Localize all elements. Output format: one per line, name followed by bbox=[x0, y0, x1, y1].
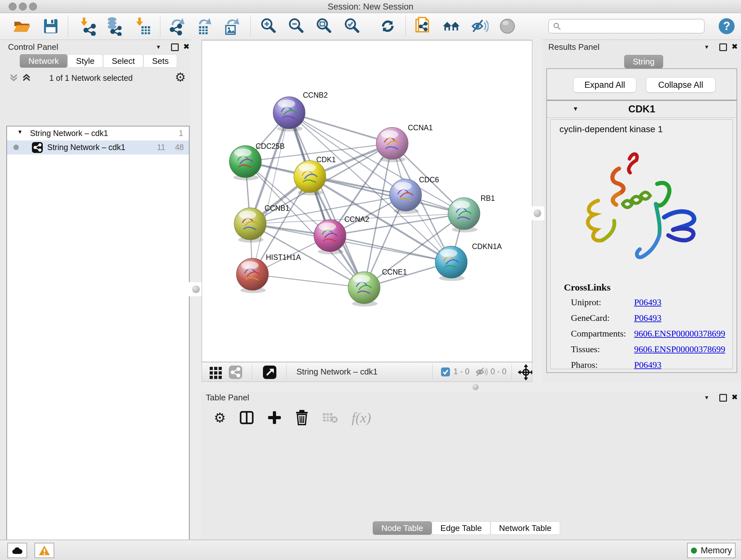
tab-node-table[interactable]: Node Table bbox=[373, 521, 432, 535]
crosslink-value-link[interactable]: P06493 bbox=[634, 360, 662, 370]
expand-all-chevron-icon[interactable] bbox=[22, 73, 31, 82]
control-panel-close-icon[interactable]: ✖ bbox=[183, 42, 190, 51]
import-network-icon[interactable] bbox=[79, 17, 98, 36]
tab-select[interactable]: Select bbox=[103, 54, 143, 68]
table-settings-gear-icon[interactable]: ⚙ bbox=[214, 410, 226, 426]
network-node-cdc25b[interactable] bbox=[229, 145, 261, 180]
import-table-icon[interactable] bbox=[133, 17, 152, 36]
cloud-button[interactable] bbox=[7, 543, 27, 558]
network-node-rb1[interactable] bbox=[448, 198, 480, 233]
network-node-cdk1[interactable] bbox=[294, 161, 326, 195]
import-network-from-database-icon[interactable] bbox=[105, 17, 124, 36]
network-graph[interactable]: CCNB2CCNA1CDC25BCDK1CDC6RB1CCNB1CCNA2CDK… bbox=[202, 41, 532, 362]
crosslink-value-link[interactable]: P06493 bbox=[634, 297, 662, 307]
horizontal-splitter-handle[interactable] bbox=[472, 384, 479, 390]
grid-view-icon[interactable] bbox=[208, 365, 223, 380]
left-splitter-handle[interactable] bbox=[189, 282, 203, 296]
crosslink-label: Compartments: bbox=[571, 328, 634, 339]
network-options-gear-icon[interactable]: ⚙ bbox=[175, 70, 186, 84]
memory-button[interactable]: Memory bbox=[687, 543, 736, 558]
hidden-eye-icon[interactable] bbox=[475, 367, 488, 377]
hide-unhide-eye-icon[interactable] bbox=[470, 17, 488, 36]
control-panel-float-icon[interactable] bbox=[171, 44, 179, 51]
table-panel: Table Panel ▼ ✖ ⚙ f(x) shared namenameca… bbox=[202, 392, 741, 540]
tab-sets[interactable]: Sets bbox=[143, 54, 177, 68]
collapse-all-button[interactable]: Collapse All bbox=[646, 77, 716, 92]
export-image-icon[interactable] bbox=[223, 17, 241, 36]
network-node-ccna1[interactable] bbox=[376, 127, 408, 162]
window-title: Session: New Session bbox=[0, 2, 741, 12]
network-row-selected[interactable]: String Network – cdk1 11 48 bbox=[7, 140, 189, 154]
network-node-hist1h1a[interactable] bbox=[237, 258, 268, 293]
birdseye-view-icon[interactable] bbox=[262, 365, 277, 380]
crosslink-row: Pharos:P06493 bbox=[571, 360, 728, 370]
status-bar: Memory bbox=[0, 540, 741, 560]
table-panel-close-icon[interactable]: ✖ bbox=[731, 393, 738, 401]
zoom-out-icon[interactable] bbox=[287, 17, 306, 36]
share-document-icon[interactable] bbox=[414, 17, 432, 36]
delete-column-trash-icon[interactable] bbox=[295, 410, 309, 425]
birdseye-toggle-icon[interactable] bbox=[498, 17, 517, 36]
network-node-cdc6[interactable] bbox=[390, 179, 421, 214]
crosslink-value-link[interactable]: 9606.ENSP00000378699 bbox=[634, 328, 725, 339]
zoom-fit-icon[interactable] bbox=[315, 17, 333, 36]
help-icon[interactable]: ? bbox=[718, 17, 736, 36]
control-panel: Control Panel ▼ ✖ Network Style Select S… bbox=[0, 40, 201, 540]
network-node-ccnb1[interactable] bbox=[234, 208, 266, 243]
results-panel-title: Results Panel bbox=[548, 42, 599, 52]
open-session-icon[interactable] bbox=[12, 17, 31, 36]
fit-content-crosshair-icon[interactable] bbox=[518, 364, 534, 380]
results-panel-float-icon[interactable] bbox=[719, 44, 727, 51]
network-node-ccne1[interactable] bbox=[348, 272, 380, 307]
crosslink-value-link[interactable]: 9606.ENSP00000378699 bbox=[634, 344, 725, 354]
function-builder-icon[interactable]: f(x) bbox=[352, 410, 371, 426]
refresh-icon[interactable] bbox=[379, 17, 397, 36]
network-node-ccnb2[interactable] bbox=[273, 97, 305, 132]
warnings-button[interactable] bbox=[35, 543, 54, 558]
left-splitter[interactable] bbox=[191, 40, 201, 540]
title-bar: Session: New Session bbox=[0, 0, 741, 13]
table-panel-float-icon[interactable] bbox=[719, 394, 727, 401]
tab-string[interactable]: String bbox=[624, 55, 663, 68]
add-column-plus-icon[interactable] bbox=[267, 411, 281, 425]
expand-all-button[interactable]: Expand All bbox=[573, 77, 636, 92]
collapse-all-chevron-icon[interactable] bbox=[9, 73, 18, 82]
right-splitter[interactable] bbox=[532, 40, 542, 392]
crosslink-row: Uniprot:P06493 bbox=[571, 297, 728, 307]
network-list: ▼ String Network – cdk1 1 String Network… bbox=[6, 126, 190, 560]
results-panel-close-icon[interactable]: ✖ bbox=[731, 42, 738, 51]
zoom-selected-icon[interactable] bbox=[343, 17, 361, 36]
delete-table-icon[interactable] bbox=[322, 411, 338, 424]
node-section-header[interactable]: ▼ CDK1 bbox=[547, 101, 737, 118]
collection-disclosure-icon[interactable]: ▼ bbox=[17, 129, 23, 135]
string-view-icon[interactable] bbox=[228, 365, 243, 380]
crosslink-row: Tissues:9606.ENSP00000378699 bbox=[571, 344, 728, 354]
network-node-ccna2[interactable] bbox=[314, 220, 346, 254]
crosslink-value-link[interactable]: P06493 bbox=[634, 313, 662, 323]
zoom-in-icon[interactable] bbox=[259, 17, 278, 36]
save-session-icon[interactable] bbox=[41, 17, 60, 36]
network-collection-row[interactable]: ▼ String Network – cdk1 1 bbox=[7, 126, 189, 140]
tab-edge-table[interactable]: Edge Table bbox=[432, 521, 490, 535]
tab-network[interactable]: Network bbox=[20, 54, 67, 68]
control-panel-menu-icon[interactable]: ▼ bbox=[156, 44, 161, 51]
home-pages-icon[interactable] bbox=[442, 17, 461, 36]
table-panel-menu-icon[interactable]: ▼ bbox=[704, 395, 710, 401]
table-toolbar: ⚙ f(x) bbox=[214, 408, 371, 428]
node-label-ccne1: CCNE1 bbox=[382, 268, 407, 276]
export-network-icon[interactable] bbox=[169, 17, 187, 36]
tab-style[interactable]: Style bbox=[67, 54, 103, 68]
selected-nodes-checkbox-icon[interactable] bbox=[441, 367, 450, 377]
search-input[interactable] bbox=[548, 19, 704, 34]
main-toolbar: ? bbox=[0, 13, 741, 40]
tab-network-table[interactable]: Network Table bbox=[490, 521, 560, 535]
node-description: cyclin-dependent kinase 1 bbox=[559, 124, 663, 134]
node-label-hist1h1a: HIST1H1A bbox=[266, 253, 301, 261]
network-canvas[interactable]: CCNB2CCNA1CDC25BCDK1CDC6RB1CCNB1CCNA2CDK… bbox=[202, 40, 532, 362]
show-columns-icon[interactable] bbox=[239, 410, 254, 425]
network-node-cdkn1a[interactable] bbox=[435, 246, 467, 281]
results-panel-menu-icon[interactable]: ▼ bbox=[704, 44, 710, 51]
node-label-cdkn1a: CDKN1A bbox=[472, 242, 502, 251]
node-label-ccnb1: CCNB1 bbox=[265, 204, 289, 212]
export-table-icon[interactable] bbox=[195, 17, 214, 36]
